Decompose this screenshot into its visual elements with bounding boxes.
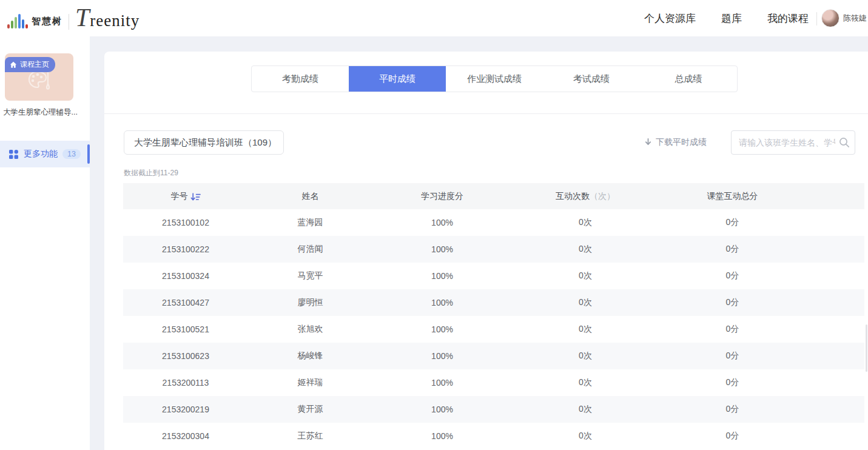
search-icon[interactable] [839, 137, 850, 148]
class-interaction-score-cell: 0分 [659, 377, 806, 388]
student-id-cell: 2153200219 [123, 405, 248, 414]
table-row: 2153100102 蓝海园 100% 0次 0分 [123, 209, 864, 236]
table-header-row: 学号 姓名 学习进度分 互动次数（次） 课堂互动总分 [123, 183, 864, 209]
class-interaction-score-cell: 0分 [659, 244, 806, 255]
progress-score-cell: 100% [372, 378, 512, 388]
user-name: 陈筱婕 [843, 13, 867, 24]
student-name-cell: 廖明恒 [248, 297, 372, 308]
progress-score-cell: 100% [372, 218, 512, 227]
progress-score-cell: 100% [372, 271, 512, 281]
tab-regular-grade[interactable]: 平时成绩 [349, 66, 446, 92]
class-interaction-score-cell: 0分 [659, 324, 806, 335]
zhihuishu-bars-icon [7, 14, 28, 29]
table-row: 2153100521 张旭欢 100% 0次 0分 [123, 316, 864, 343]
sort-descending-icon[interactable] [190, 193, 201, 201]
progress-score-cell: 100% [372, 351, 512, 361]
nav-question-bank[interactable]: 题库 [721, 12, 742, 25]
sidebar-item-more-functions[interactable]: 更多功能 13 [0, 141, 90, 167]
more-functions-count-badge: 13 [62, 149, 81, 159]
student-id-cell: 2153100427 [123, 298, 248, 307]
student-name-cell: 张旭欢 [248, 324, 372, 335]
progress-score-cell: 100% [372, 244, 512, 254]
user-menu[interactable]: 陈筱婕 [821, 0, 867, 36]
table-row: 2153200219 黄开源 100% 0次 0分 [123, 396, 864, 423]
class-interaction-score-cell: 0分 [659, 217, 806, 228]
tab-homework-test-grade[interactable]: 作业测试成绩 [446, 66, 543, 92]
table-row: 2153200113 姬祥瑞 100% 0次 0分 [123, 369, 864, 396]
col-progress-score: 学习进度分 [372, 191, 512, 202]
grades-table: 学号 姓名 学习进度分 互动次数（次） 课堂互动总分 2153100102 [123, 183, 864, 449]
col-student-id[interactable]: 学号 [123, 191, 248, 202]
course-home-badge[interactable]: 课程主页 [5, 57, 55, 72]
student-name-cell: 蓝海园 [248, 217, 372, 228]
col-class-interaction-score: 课堂互动总分 [659, 191, 806, 202]
grid-icon [8, 149, 19, 160]
student-name-cell: 王苏红 [248, 431, 372, 442]
class-interaction-score-cell: 0分 [659, 270, 806, 281]
student-id-cell: 2153200113 [123, 378, 248, 388]
active-indicator [87, 144, 90, 164]
header-divider [816, 12, 817, 25]
student-name-cell: 姬祥瑞 [248, 377, 372, 388]
table-row: 2153100427 廖明恒 100% 0次 0分 [123, 289, 864, 316]
interaction-count-cell: 0次 [512, 351, 659, 361]
interaction-count-cell: 0次 [512, 297, 659, 308]
brand-name-cn: 智慧树 [32, 16, 62, 27]
student-search-input[interactable] [731, 130, 855, 155]
table-row: 2153100222 何浩闻 100% 0次 0分 [123, 236, 864, 263]
class-selector-value: 大学生朋辈心理辅导培训班（109） [134, 137, 277, 149]
download-regular-grades-link[interactable]: 下载平时成绩 [644, 137, 707, 148]
download-icon [644, 138, 652, 147]
nav-personal-resources[interactable]: 个人资源库 [644, 12, 696, 25]
top-header: 智慧树 Treenity 个人资源库 题库 我的课程 陈筱婕 [0, 0, 868, 36]
section-divider [104, 113, 868, 114]
col-student-name: 姓名 [248, 191, 372, 202]
student-name-cell: 马宽平 [248, 270, 372, 281]
student-name-cell: 何浩闻 [248, 244, 372, 255]
interaction-count-cell: 0次 [512, 431, 659, 442]
progress-score-cell: 100% [372, 298, 512, 307]
search-box [731, 130, 855, 155]
class-interaction-score-cell: 0分 [659, 404, 806, 415]
course-title: 大学生朋辈心理辅导... [3, 107, 88, 118]
table-row: 2153100623 杨峻锋 100% 0次 0分 [123, 343, 864, 369]
brand-logo[interactable]: 智慧树 Treenity [7, 3, 140, 33]
home-icon [10, 61, 17, 69]
nav-my-courses[interactable]: 我的课程 [767, 12, 809, 25]
grades-panel: 考勤成绩 平时成绩 作业测试成绩 考试成绩 总成绩 大学生朋辈心理辅导培训班（1… [104, 52, 868, 450]
student-id-cell: 2153100222 [123, 244, 248, 254]
sidebar: 课程主页 大学生朋辈心理辅导... 更多功能 13 [0, 36, 90, 450]
progress-score-cell: 100% [372, 431, 512, 441]
student-id-cell: 2153100623 [123, 351, 248, 361]
primary-nav: 个人资源库 题库 我的课程 [644, 0, 809, 36]
col-interaction-count: 互动次数（次） [512, 191, 659, 202]
student-id-cell: 2153100102 [123, 218, 248, 227]
interaction-count-cell: 0次 [512, 404, 659, 415]
table-body: 2153100102 蓝海园 100% 0次 0分 2153100222 何浩闻… [123, 209, 864, 449]
table-row: 2153100324 马宽平 100% 0次 0分 [123, 263, 864, 289]
interaction-count-cell: 0次 [512, 377, 659, 388]
tab-total-grade[interactable]: 总成绩 [640, 66, 737, 92]
vertical-scrollbar[interactable] [866, 324, 867, 372]
course-badge-label: 课程主页 [20, 59, 49, 70]
interaction-count-cell: 0次 [512, 324, 659, 335]
logo-divider [69, 14, 69, 30]
student-name-cell: 杨峻锋 [248, 351, 372, 361]
tab-exam-grade[interactable]: 考试成绩 [543, 66, 640, 92]
interaction-count-cell: 0次 [512, 217, 659, 228]
interaction-count-cell: 0次 [512, 270, 659, 281]
table-toolbar: 大学生朋辈心理辅导培训班（109） 下载平时成绩 [124, 130, 855, 155]
class-interaction-score-cell: 0分 [659, 297, 806, 308]
brand-name-en: Treenity [75, 3, 140, 32]
student-id-cell: 2153100521 [123, 324, 248, 334]
class-selector-dropdown[interactable]: 大学生朋辈心理辅导培训班（109） [124, 130, 284, 155]
avatar [821, 9, 839, 27]
grade-tabs: 考勤成绩 平时成绩 作业测试成绩 考试成绩 总成绩 [251, 65, 738, 92]
student-name-cell: 黄开源 [248, 404, 372, 415]
interaction-count-cell: 0次 [512, 244, 659, 255]
student-id-cell: 2153200304 [123, 431, 248, 441]
data-cutoff-note: 数据截止到11-29 [124, 168, 178, 178]
tab-attendance-grade[interactable]: 考勤成绩 [252, 66, 349, 92]
progress-score-cell: 100% [372, 405, 512, 414]
course-cover[interactable]: 课程主页 [5, 53, 73, 101]
